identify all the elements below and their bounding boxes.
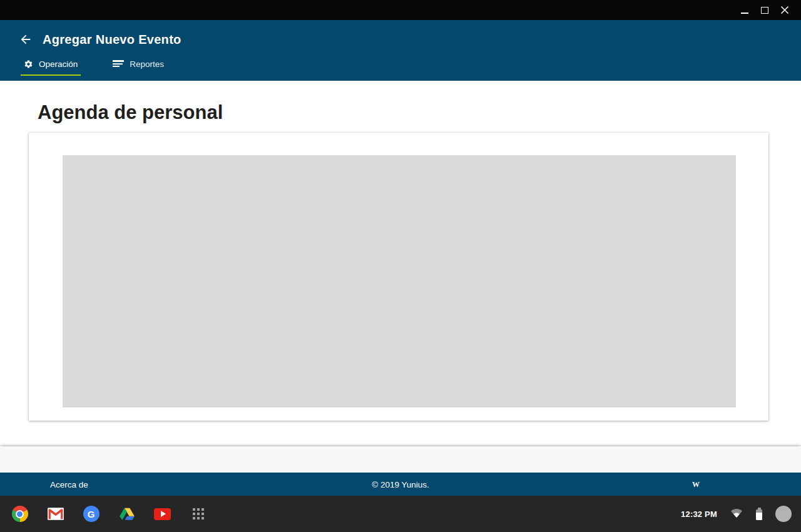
twitter-bird-icon (717, 480, 725, 488)
wifi-button[interactable] (730, 508, 743, 520)
google-button[interactable]: G (83, 506, 99, 523)
app-header: Agregar Nuevo Evento Operación Reportes (0, 20, 801, 81)
launcher-button[interactable] (190, 506, 207, 523)
facebook-glyph: f (743, 479, 747, 489)
user-avatar[interactable] (775, 506, 792, 522)
minimize-icon (741, 13, 748, 14)
gmail-icon (48, 508, 64, 520)
back-button[interactable] (18, 32, 33, 47)
maximize-button[interactable] (755, 0, 775, 20)
youtube-icon (154, 508, 171, 520)
tab-reportes[interactable]: Reportes (110, 58, 167, 70)
launcher-grid-icon (193, 508, 204, 519)
tab-bar: Operación Reportes (21, 58, 167, 70)
drive-icon (119, 506, 135, 521)
main-content: Agenda de personal Acerca de © 2019 Yuni… (0, 81, 801, 496)
battery-body (756, 509, 762, 520)
page-title: Agregar Nuevo Evento (43, 33, 181, 47)
footer-strip (0, 446, 801, 473)
social-links: W f (689, 478, 752, 491)
google-g-glyph: G (88, 509, 95, 519)
tab-operacion[interactable]: Operación (21, 58, 81, 70)
shelf-taskbar: G 12:32 PM (0, 496, 801, 532)
youtube-button[interactable] (154, 506, 171, 523)
twitter-icon[interactable] (713, 478, 727, 491)
tab-label-operacion: Operación (39, 59, 78, 69)
copyright-text: © 2019 Yunius. (372, 479, 429, 489)
google-icon: G (83, 506, 99, 522)
gmail-button[interactable] (47, 506, 64, 523)
arrow-back-icon (19, 33, 33, 46)
wordpress-glyph: W (692, 481, 700, 488)
close-button[interactable] (775, 0, 795, 20)
gear-icon (24, 59, 33, 69)
tab-label-reportes: Reportes (130, 59, 164, 69)
section-heading: Agenda de personal (38, 101, 801, 124)
screen: Agregar Nuevo Evento Operación Reportes … (0, 0, 801, 532)
content-placeholder (63, 155, 736, 407)
list-lines-icon (113, 60, 124, 68)
facebook-icon[interactable]: f (738, 478, 752, 491)
shelf-apps: G (0, 506, 207, 523)
chrome-button[interactable] (11, 506, 28, 523)
drive-button[interactable] (118, 506, 135, 523)
chrome-icon (12, 506, 28, 522)
status-area[interactable]: 12:32 PM (681, 506, 801, 522)
close-icon (780, 6, 789, 14)
maximize-icon (761, 7, 768, 14)
clock: 12:32 PM (681, 509, 717, 519)
wifi-icon (730, 508, 743, 518)
battery-icon[interactable] (756, 508, 762, 520)
minimize-button[interactable] (735, 0, 755, 20)
about-link[interactable]: Acerca de (50, 479, 88, 489)
header-title-row: Agregar Nuevo Evento (0, 20, 801, 47)
wordpress-icon[interactable]: W (689, 478, 703, 491)
footer-bar: Acerca de © 2019 Yunius. W f (0, 473, 801, 496)
play-triangle-icon (161, 511, 166, 517)
window-titlebar (0, 0, 801, 20)
content-card (29, 133, 768, 421)
